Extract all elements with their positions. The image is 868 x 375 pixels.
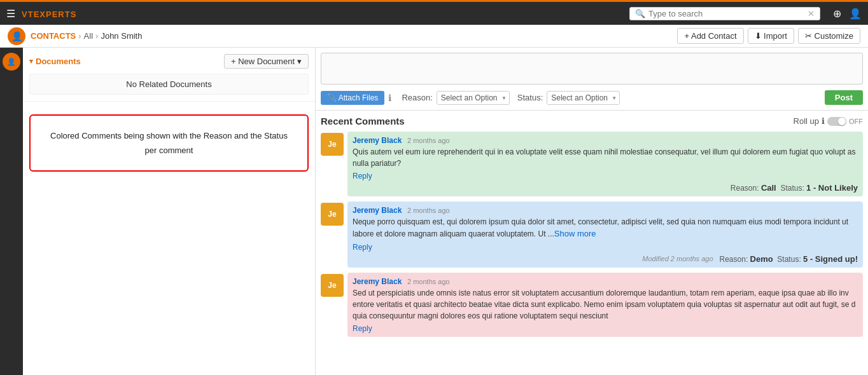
comment-author-1: Jeremy Black [353, 136, 402, 145]
right-panel: 📎 Attach Files ℹ Reason: Select an Optio… [316, 48, 868, 375]
breadcrumb-current: John Smith [101, 31, 142, 41]
breadcrumb-all[interactable]: All [84, 31, 93, 41]
comment-body-3: Jeremy Black 2 months ago Sed ut perspic… [347, 273, 863, 337]
breadcrumb-contacts[interactable]: CONTACTS [31, 31, 76, 41]
show-more-link-2[interactable]: Show more [554, 229, 596, 238]
import-button[interactable]: ⬇ Import [748, 28, 794, 44]
header-actions: + Add Contact ⬇ Import ✂ Customize [677, 28, 860, 44]
documents-section: ▾ Documents + New Document ▾ No Related … [23, 48, 315, 102]
comment-author-2: Jeremy Black [353, 206, 402, 215]
comment-body-1: Jeremy Black 2 months ago Quis autem vel… [347, 132, 863, 196]
roll-up-info-icon[interactable]: ℹ [822, 116, 825, 126]
comment-reason-status-2: Reason: Demo Status: 5 - Signed up! [720, 254, 858, 264]
status-label: Status: [517, 93, 543, 102]
no-related-documents: No Related Documents [29, 74, 309, 95]
comment-author-3: Jeremy Black [353, 277, 402, 286]
search-bar: 🔍 ✕ [629, 7, 820, 20]
reason-select-wrapper: Select an Option [437, 91, 510, 105]
reason-label: Reason: [402, 93, 432, 102]
toggle-track[interactable] [827, 117, 846, 126]
breadcrumb: CONTACTS › All › John Smith [31, 31, 142, 41]
comment-card-2: Je Jeremy Black 2 months ago Neque porro… [321, 201, 863, 268]
comment-textarea[interactable] [321, 53, 863, 85]
clear-search-icon[interactable]: ✕ [808, 9, 815, 18]
search-icon: 🔍 [635, 9, 645, 18]
main-layout: 👤 ▾ Documents + New Document ▾ No Relate… [0, 48, 868, 375]
documents-label: Documents [36, 57, 81, 66]
comment-text-2: Neque porro quisquam est, qui dolorem ip… [353, 216, 858, 240]
hamburger-icon[interactable]: ☰ [6, 8, 15, 20]
status-select-wrapper: Select an Option [547, 91, 620, 105]
attach-files-button[interactable]: 📎 Attach Files [321, 91, 384, 105]
comment-card-1: Je Jeremy Black 2 months ago Quis autem … [321, 132, 863, 196]
post-button[interactable]: Post [825, 90, 863, 105]
comment-input-area: 📎 Attach Files ℹ Reason: Select an Optio… [316, 48, 868, 111]
recent-comments-title: Recent Comments [321, 116, 405, 126]
top-navbar: ☰ VTEXPERTS 🔍 ✕ ⊕ 👤 [0, 2, 868, 25]
comment-avatar-1: Je [321, 133, 344, 156]
annotation-text: Colored Comments being shown with the Re… [50, 131, 288, 155]
documents-header: ▾ Documents + New Document ▾ [29, 54, 309, 69]
roll-up-label: Roll up [794, 116, 819, 126]
nav-icons: ⊕ 👤 [833, 8, 862, 20]
comment-body-2: Jeremy Black 2 months ago Neque porro qu… [347, 201, 863, 268]
comment-avatar-3: Je [321, 274, 344, 297]
collapse-icon[interactable]: ▾ [29, 57, 33, 65]
comment-reply-2[interactable]: Reply [353, 243, 372, 252]
user-icon[interactable]: 👤 [849, 8, 862, 20]
comment-card-3: Je Jeremy Black 2 months ago Sed ut pers… [321, 273, 863, 337]
comment-reason-status-1: Reason: Call Status: 1 - Not Likely [731, 183, 858, 193]
left-panel: ▾ Documents + New Document ▾ No Related … [23, 48, 316, 375]
comment-time-1: 2 months ago [407, 137, 450, 144]
search-input[interactable] [648, 9, 808, 18]
plus-icon[interactable]: ⊕ [833, 8, 841, 20]
sub-header: 👤 CONTACTS › All › John Smith + Add Cont… [0, 25, 868, 48]
roll-up-area: Roll up ℹ OFF [794, 116, 863, 126]
comment-footer-2: Modified 2 months ago Reason: Demo Statu… [353, 254, 858, 264]
new-document-button[interactable]: + New Document ▾ [224, 54, 309, 69]
comment-text-3: Sed ut perspiciatis unde omnis iste natu… [353, 287, 858, 322]
toggle-thumb [838, 118, 846, 125]
customize-button[interactable]: ✂ Customize [798, 28, 860, 44]
sidebar-avatar: 👤 [3, 53, 20, 71]
logo-vt: VT [22, 10, 34, 19]
off-label: OFF [849, 118, 863, 125]
comment-avatar-2: Je [321, 203, 344, 226]
new-doc-label: + New Document [231, 57, 295, 66]
comment-time-3: 2 months ago [407, 278, 450, 285]
left-sidebar: 👤 [0, 48, 23, 375]
comment-modified-2: Modified 2 months ago [642, 255, 713, 262]
recent-comments-header: Recent Comments Roll up ℹ OFF [321, 116, 863, 126]
breadcrumb-sep-1: › [78, 31, 81, 41]
contact-avatar-icon: 👤 [8, 27, 25, 45]
logo-experts: EXPERTS [34, 10, 77, 19]
comment-toolbar: 📎 Attach Files ℹ Reason: Select an Optio… [321, 90, 863, 105]
recent-comments-section: Recent Comments Roll up ℹ OFF Je Jeremy [316, 111, 868, 375]
reason-select[interactable]: Select an Option [437, 91, 510, 105]
annotation-box: Colored Comments being shown with the Re… [29, 114, 309, 172]
comment-time-2: 2 months ago [407, 207, 450, 214]
documents-title: ▾ Documents [29, 57, 81, 66]
comment-reply-1[interactable]: Reply [353, 172, 372, 181]
app-logo: VTEXPERTS [22, 7, 76, 20]
info-icon[interactable]: ℹ [388, 93, 391, 103]
new-doc-chevron: ▾ [297, 57, 302, 66]
breadcrumb-sep-2: › [95, 31, 98, 41]
comment-reply-3[interactable]: Reply [353, 324, 372, 333]
comment-footer-1: Reason: Call Status: 1 - Not Likely [353, 183, 858, 193]
roll-up-toggle[interactable] [827, 117, 846, 126]
add-contact-button[interactable]: + Add Contact [677, 28, 743, 44]
comment-text-1: Quis autem vel eum iure reprehenderit qu… [353, 146, 858, 169]
status-select[interactable]: Select an Option [547, 91, 620, 105]
